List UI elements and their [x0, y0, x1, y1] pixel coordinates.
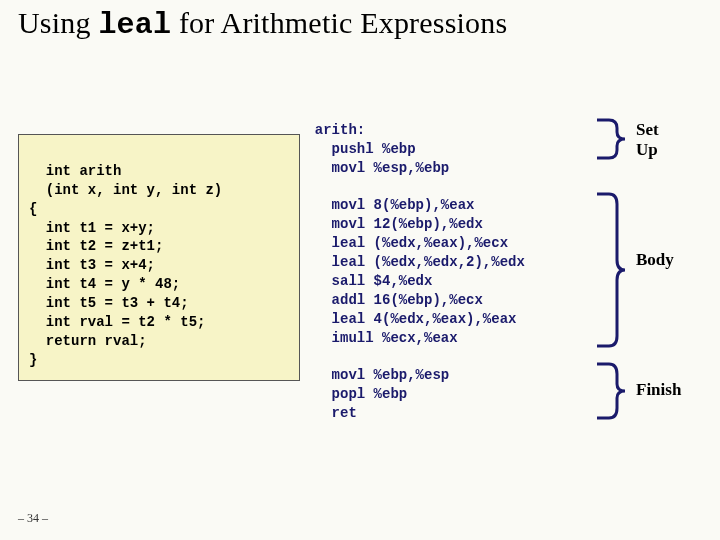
label-setup: Set Up: [636, 120, 659, 159]
brace-setup: [595, 118, 629, 164]
asm-code: arith: pushl %ebp movl %esp,%ebp movl 8(…: [298, 122, 525, 421]
page-number: – 34 –: [18, 511, 48, 526]
brace-body: [595, 192, 629, 352]
brace-finish: [595, 362, 629, 424]
title-code: leal: [98, 8, 171, 42]
title-post: for Arithmetic Expressions: [171, 6, 507, 39]
c-code: int arith (int x, int y, int z) { int t1…: [29, 163, 222, 368]
title-pre: Using: [18, 6, 98, 39]
label-body: Body: [636, 250, 674, 270]
slide-title: Using leal for Arithmetic Expressions: [18, 6, 507, 43]
c-code-box: int arith (int x, int y, int z) { int t1…: [18, 134, 300, 381]
assembly-listing: arith: pushl %ebp movl %esp,%ebp movl 8(…: [298, 102, 525, 423]
label-finish: Finish: [636, 380, 681, 400]
